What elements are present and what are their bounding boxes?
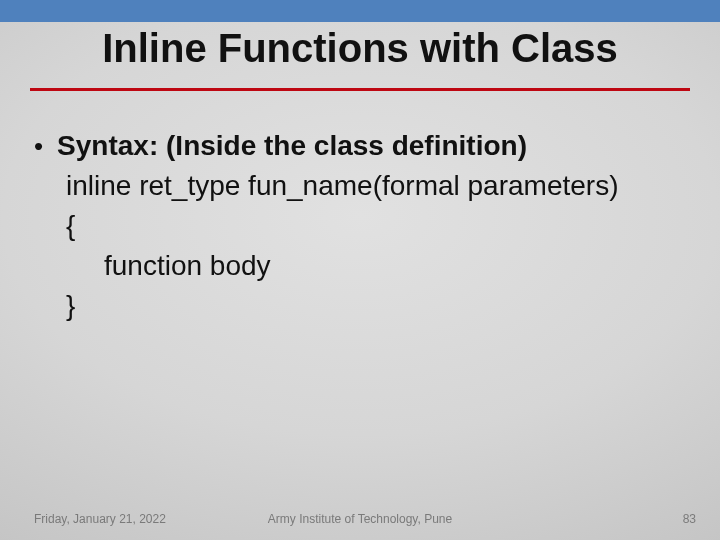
bullet-label: Syntax: (Inside the class definition) [57,128,527,164]
slide-body: • Syntax: (Inside the class definition) … [34,128,686,326]
title-area: Inline Functions with Class [0,26,720,71]
bullet-item: • Syntax: (Inside the class definition) [34,128,686,164]
title-underline [30,88,690,91]
footer-page-number: 83 [683,512,696,526]
slide: Inline Functions with Class • Syntax: (I… [0,0,720,540]
code-line: inline ret_type fun_name(formal paramete… [66,166,686,206]
bullet-dot-icon: • [34,128,43,164]
top-accent-bar [0,0,720,22]
code-line: } [66,286,686,326]
code-line: function body [104,246,686,286]
slide-title: Inline Functions with Class [102,26,618,71]
code-line: { [66,206,686,246]
footer-org: Army Institute of Technology, Pune [0,512,720,526]
